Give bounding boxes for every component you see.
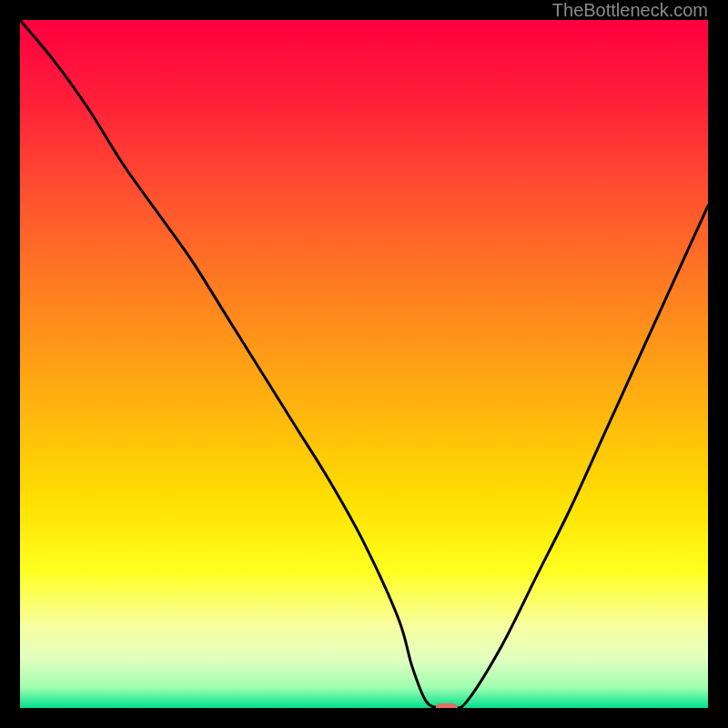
optimal-marker (436, 703, 458, 708)
chart-svg (20, 20, 708, 708)
plot-background (20, 20, 708, 708)
bottleneck-chart (20, 20, 708, 708)
watermark-text: TheBottleneck.com (552, 0, 708, 21)
